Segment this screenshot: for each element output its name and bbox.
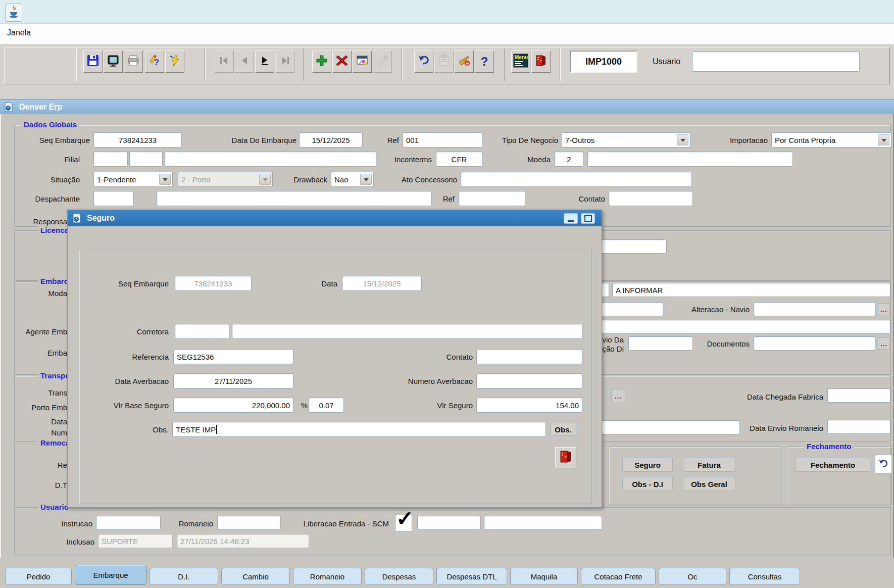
percent-field[interactable]: 0.07 xyxy=(309,398,344,413)
liberacao-date-field[interactable] xyxy=(417,516,481,530)
documentos-field[interactable] xyxy=(754,336,875,351)
tab-despesas[interactable]: Despesas xyxy=(365,568,433,585)
obs-value: TESTE IMP xyxy=(176,425,216,434)
numero-averbacao-field[interactable] xyxy=(476,373,582,388)
chevron-down-icon[interactable] xyxy=(878,134,889,145)
menu-toggle-button[interactable]: Menu xyxy=(511,51,530,73)
tipo-de-negocio-label: Tipo De Negocio xyxy=(485,136,558,144)
top-strip xyxy=(0,0,894,24)
dialog-minimize-button[interactable] xyxy=(564,213,578,224)
tab-despesas-dtl[interactable]: Despesas DTL xyxy=(436,568,507,585)
liberacao-user-field[interactable] xyxy=(484,516,602,530)
vlr-base-seguro-field[interactable]: 220,000.00 xyxy=(173,398,293,413)
dialog-obs-button[interactable]: Obs. xyxy=(550,423,576,436)
add-record-button[interactable] xyxy=(312,51,331,73)
save-button[interactable] xyxy=(83,51,103,73)
transporte-browse-button[interactable]: ... xyxy=(611,389,625,403)
agente-embarque-field[interactable] xyxy=(556,320,890,334)
obs-di-button[interactable]: Obs - D.I xyxy=(622,477,673,491)
importacao-select[interactable]: Por Conta Propria xyxy=(771,132,891,148)
moeda-desc-field[interactable] xyxy=(587,152,793,167)
alteracao-navio-field[interactable] xyxy=(754,302,875,316)
fatura-button[interactable]: Fatura xyxy=(683,458,735,472)
filial-code2-field[interactable] xyxy=(129,152,163,167)
dialog-maximize-button[interactable] xyxy=(581,213,595,224)
ref-field[interactable]: 001 xyxy=(403,132,482,148)
undo-button[interactable] xyxy=(414,51,433,73)
menu-janela[interactable]: Janela xyxy=(7,28,31,37)
chevron-down-icon[interactable] xyxy=(677,134,688,145)
tab-cotacao-frete[interactable]: Cotacao Frete xyxy=(581,568,656,585)
despachante-name-field[interactable] xyxy=(157,191,432,206)
tab-oc[interactable]: Oc xyxy=(659,568,726,585)
dialog-contato-label: Contato xyxy=(402,353,473,361)
tab-embarque[interactable]: Embarque xyxy=(75,565,146,585)
help-button[interactable]: ? xyxy=(475,51,494,73)
data-do-embarque-field[interactable]: 15/12/2025 xyxy=(299,132,363,148)
screen-button[interactable] xyxy=(104,51,123,73)
ref-label: Ref xyxy=(371,136,399,144)
edit-help-button[interactable]: ? xyxy=(145,51,164,73)
instrucao-field[interactable] xyxy=(96,516,161,530)
seguro-button[interactable]: Seguro xyxy=(622,458,673,472)
chevron-down-icon[interactable] xyxy=(159,174,171,185)
contato-field[interactable] xyxy=(609,191,693,206)
documentos-browse-button[interactable]: ... xyxy=(878,337,890,350)
situacao-label: Situação xyxy=(44,175,80,184)
ato-concessorio-field[interactable] xyxy=(461,172,692,187)
obs-geral-button[interactable]: Obs Geral xyxy=(683,477,735,491)
fechamento-button[interactable]: Fechamento xyxy=(796,458,870,472)
filial-name-field[interactable] xyxy=(165,152,376,167)
dialog-contato-field[interactable] xyxy=(476,349,582,364)
navio-name-field[interactable]: A INFORMAR xyxy=(612,283,890,297)
undo-arrow-icon xyxy=(878,458,889,471)
delete-record-button[interactable] xyxy=(332,51,352,73)
ref2-field[interactable] xyxy=(459,191,525,206)
nav-prev-button[interactable] xyxy=(235,51,254,73)
moeda-field[interactable]: 2 xyxy=(555,152,583,167)
corretora-code-field[interactable] xyxy=(175,324,229,339)
data-averbacao-field[interactable]: 27/11/2025 xyxy=(173,373,293,388)
tab-di[interactable]: D.I. xyxy=(150,568,218,585)
usuario-input[interactable] xyxy=(692,52,860,72)
seguro-dialog-titlebar[interactable]: Seguro xyxy=(68,210,602,226)
tab-romaneio[interactable]: Romaneio xyxy=(293,568,362,585)
romaneio-field[interactable] xyxy=(217,516,281,530)
execute-button[interactable] xyxy=(165,51,184,73)
envio-da-field[interactable] xyxy=(628,336,693,351)
vlr-seguro-field[interactable]: 154.00 xyxy=(476,398,582,413)
nav-last-button[interactable] xyxy=(275,51,294,73)
paste-button[interactable] xyxy=(434,51,454,73)
clear-query-button[interactable] xyxy=(373,51,392,73)
tab-pedido[interactable]: Pedido xyxy=(5,568,72,585)
tab-cambio[interactable]: Cambio xyxy=(221,568,290,585)
exit-button[interactable] xyxy=(531,51,551,73)
corretora-name-field[interactable] xyxy=(232,324,583,339)
chevron-down-icon[interactable] xyxy=(360,174,372,185)
despachante-code-field[interactable] xyxy=(93,191,134,206)
chevron-down-icon xyxy=(259,174,271,185)
data-envio-romaneio-field[interactable] xyxy=(827,420,890,434)
filial-code-field[interactable] xyxy=(93,152,128,167)
query-button[interactable] xyxy=(353,51,372,73)
group-title-fechamento: Fechamento xyxy=(804,442,854,451)
obs-field[interactable]: TESTE IMP xyxy=(172,422,546,437)
dt-label: D.T xyxy=(23,481,67,489)
pick-button[interactable] xyxy=(455,51,474,73)
print-button[interactable] xyxy=(124,51,143,73)
inconterms-field[interactable]: CFR xyxy=(436,152,482,167)
seq-embarque-field[interactable]: 738241233 xyxy=(93,132,182,148)
nav-next-button[interactable] xyxy=(255,51,274,73)
java-app-button[interactable] xyxy=(5,4,22,22)
tab-consultas[interactable]: Consultas xyxy=(729,568,800,585)
alteracao-navio-browse-button[interactable]: ... xyxy=(878,303,890,315)
fechamento-undo-button[interactable] xyxy=(875,455,892,474)
referencia-field[interactable]: SEG12536 xyxy=(173,349,293,364)
drawback-select[interactable]: Nao xyxy=(331,172,374,187)
tipo-de-negocio-select[interactable]: 7-Outros xyxy=(562,132,690,148)
situacao-select[interactable]: 1-Pendente xyxy=(93,172,173,187)
data-chegada-fabrica-field[interactable] xyxy=(827,388,890,403)
nav-first-button[interactable] xyxy=(215,51,234,73)
tab-maquila[interactable]: Maquila xyxy=(510,568,578,585)
dialog-exit-button[interactable] xyxy=(555,447,576,468)
